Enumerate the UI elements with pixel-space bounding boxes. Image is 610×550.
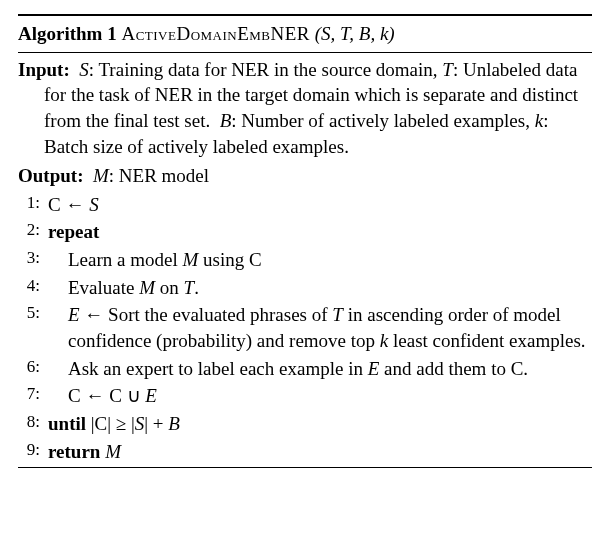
- step-number: 7:: [18, 383, 44, 406]
- step-line: 3:Learn a model M using C: [18, 246, 592, 274]
- step-line: 4:Evaluate M on T.: [18, 274, 592, 302]
- input-label: Input:: [18, 59, 70, 80]
- step-line: 9:return M: [18, 438, 592, 466]
- rule-header: [18, 52, 592, 53]
- rule-bottom: [18, 467, 592, 468]
- algorithm-steps: 1:C ← S2:repeat3:Learn a model M using C…: [18, 191, 592, 465]
- step-line: 8:until |C| ≥ |S| + B: [18, 410, 592, 438]
- rule-top: [18, 14, 592, 16]
- step-body: until |C| ≥ |S| + B: [44, 411, 592, 437]
- step-body: C ← S: [44, 192, 592, 218]
- step-line: 2:repeat: [18, 218, 592, 246]
- step-line: 5:E ← Sort the evaluated phrases of T in…: [18, 301, 592, 354]
- step-number: 2:: [18, 219, 44, 242]
- algorithm-number: Algorithm 1: [18, 23, 117, 44]
- step-number: 4:: [18, 275, 44, 298]
- step-number: 9:: [18, 439, 44, 462]
- input-body: S: Training data for NER in the source d…: [44, 59, 578, 157]
- step-number: 6:: [18, 356, 44, 379]
- step-body: Ask an expert to label each example in E…: [44, 356, 592, 382]
- step-body: C ← C ∪ E: [44, 383, 592, 409]
- step-body: E ← Sort the evaluated phrases of T in a…: [44, 302, 592, 353]
- output-section: Output: M: NER model: [18, 161, 592, 191]
- step-body: return M: [44, 439, 592, 465]
- step-number: 1:: [18, 192, 44, 215]
- step-line: 7:C ← C ∪ E: [18, 382, 592, 410]
- step-body: repeat: [44, 219, 592, 245]
- step-number: 5:: [18, 302, 44, 325]
- step-body: Evaluate M on T.: [44, 275, 592, 301]
- algorithm-params: (S, T, B, k): [315, 23, 395, 44]
- step-body: Learn a model M using C: [44, 247, 592, 273]
- algorithm-block: Algorithm 1 ActiveDomainEmbNER (S, T, B,…: [18, 14, 592, 468]
- step-number: 8:: [18, 411, 44, 434]
- output-label: Output:: [18, 165, 83, 186]
- step-line: 1:C ← S: [18, 191, 592, 219]
- step-line: 6:Ask an expert to label each example in…: [18, 355, 592, 383]
- step-number: 3:: [18, 247, 44, 270]
- algorithm-header: Algorithm 1 ActiveDomainEmbNER (S, T, B,…: [18, 18, 592, 50]
- algorithm-name: ActiveDomainEmbNER: [121, 23, 310, 44]
- input-section: Input: S: Training data for NER in the s…: [18, 55, 592, 162]
- output-body: M: NER model: [88, 165, 209, 186]
